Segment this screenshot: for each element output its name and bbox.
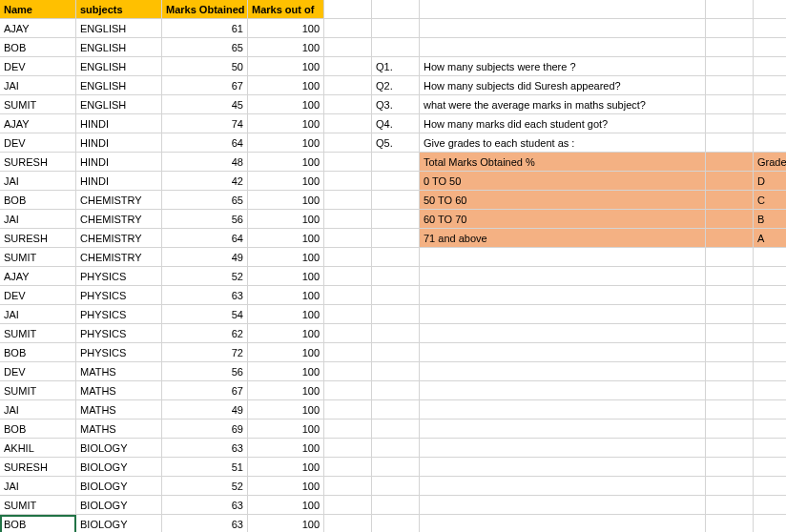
cell[interactable]: [754, 57, 786, 76]
question-text[interactable]: what were the average marks in maths sub…: [420, 95, 706, 114]
subject-cell[interactable]: HINDI: [76, 114, 162, 133]
subject-cell[interactable]: PHYSICS: [76, 305, 162, 324]
subject-cell[interactable]: CHEMISTRY: [76, 191, 162, 210]
cell[interactable]: [706, 381, 754, 400]
marks-obtained-cell[interactable]: 54: [162, 305, 248, 324]
cell[interactable]: [324, 286, 372, 305]
marks-obtained-cell[interactable]: 52: [162, 267, 248, 286]
cell[interactable]: [754, 38, 786, 57]
marks-outof-cell[interactable]: 100: [248, 496, 324, 515]
subject-cell[interactable]: ENGLISH: [76, 76, 162, 95]
name-cell[interactable]: BOB: [0, 419, 76, 439]
marks-outof-cell[interactable]: 100: [248, 343, 324, 362]
cell[interactable]: [324, 324, 372, 343]
cell[interactable]: [324, 38, 372, 57]
cell[interactable]: [754, 400, 786, 419]
cell[interactable]: [420, 400, 706, 419]
cell[interactable]: [706, 400, 754, 419]
cell[interactable]: [754, 477, 786, 496]
cell[interactable]: [706, 324, 754, 343]
subject-cell[interactable]: MATHS: [76, 400, 162, 419]
marks-outof-cell[interactable]: 100: [248, 286, 324, 305]
cell[interactable]: [324, 477, 372, 496]
marks-outof-cell[interactable]: 100: [248, 248, 324, 267]
marks-outof-cell[interactable]: 100: [248, 400, 324, 419]
cell[interactable]: [706, 210, 754, 229]
subject-cell[interactable]: BIOLOGY: [76, 515, 162, 532]
cell[interactable]: [372, 439, 420, 458]
marks-outof-cell[interactable]: 100: [248, 76, 324, 95]
cell[interactable]: [420, 439, 706, 458]
cell[interactable]: [372, 38, 420, 57]
cell[interactable]: [372, 343, 420, 362]
cell[interactable]: [324, 439, 372, 458]
marks-obtained-cell[interactable]: 64: [162, 133, 248, 153]
cell[interactable]: [372, 477, 420, 496]
subject-cell[interactable]: CHEMISTRY: [76, 248, 162, 267]
marks-obtained-cell[interactable]: 63: [162, 286, 248, 305]
question-number[interactable]: Q2.: [372, 76, 420, 95]
marks-obtained-cell[interactable]: 50: [162, 57, 248, 76]
cell[interactable]: [324, 458, 372, 477]
question-number[interactable]: Q3.: [372, 95, 420, 114]
cell[interactable]: [372, 229, 420, 248]
cell[interactable]: [754, 133, 786, 153]
cell[interactable]: [754, 439, 786, 458]
marks-outof-cell[interactable]: 100: [248, 419, 324, 439]
grade-letter[interactable]: D: [754, 172, 786, 191]
cell[interactable]: [324, 362, 372, 381]
cell[interactable]: [706, 172, 754, 191]
cell[interactable]: [706, 153, 754, 172]
cell[interactable]: [754, 362, 786, 381]
grade-range[interactable]: 50 TO 60: [420, 191, 706, 210]
cell[interactable]: [324, 153, 372, 172]
name-cell[interactable]: SUMIT: [0, 95, 76, 114]
cell[interactable]: [372, 286, 420, 305]
subject-cell[interactable]: PHYSICS: [76, 267, 162, 286]
cell[interactable]: [372, 381, 420, 400]
cell[interactable]: [706, 305, 754, 324]
cell[interactable]: [754, 114, 786, 133]
name-cell[interactable]: DEV: [0, 57, 76, 76]
column-header[interactable]: subjects: [76, 0, 162, 19]
subject-cell[interactable]: PHYSICS: [76, 343, 162, 362]
cell[interactable]: [706, 229, 754, 248]
marks-outof-cell[interactable]: 100: [248, 133, 324, 153]
marks-outof-cell[interactable]: 100: [248, 515, 324, 532]
cell[interactable]: [706, 515, 754, 532]
subject-cell[interactable]: ENGLISH: [76, 95, 162, 114]
subject-cell[interactable]: HINDI: [76, 133, 162, 153]
name-cell[interactable]: JAI: [0, 305, 76, 324]
cell[interactable]: [706, 191, 754, 210]
cell[interactable]: [706, 496, 754, 515]
subject-cell[interactable]: PHYSICS: [76, 324, 162, 343]
marks-obtained-cell[interactable]: 52: [162, 477, 248, 496]
cell[interactable]: [706, 57, 754, 76]
marks-obtained-cell[interactable]: 63: [162, 496, 248, 515]
question-text[interactable]: How many marks did each student got?: [420, 114, 706, 133]
grade-range[interactable]: 0 TO 50: [420, 172, 706, 191]
cell[interactable]: [420, 38, 706, 57]
cell[interactable]: [420, 19, 706, 38]
name-cell[interactable]: BOB: [0, 38, 76, 57]
marks-obtained-cell[interactable]: 56: [162, 362, 248, 381]
cell[interactable]: [324, 381, 372, 400]
question-text[interactable]: How many subjects did Suresh appeared?: [420, 76, 706, 95]
marks-obtained-cell[interactable]: 69: [162, 419, 248, 439]
cell[interactable]: [420, 515, 706, 532]
marks-outof-cell[interactable]: 100: [248, 19, 324, 38]
cell[interactable]: [706, 458, 754, 477]
cell[interactable]: [324, 248, 372, 267]
marks-obtained-cell[interactable]: 65: [162, 38, 248, 57]
marks-outof-cell[interactable]: 100: [248, 210, 324, 229]
subject-cell[interactable]: ENGLISH: [76, 57, 162, 76]
subject-cell[interactable]: BIOLOGY: [76, 477, 162, 496]
selected-cell[interactable]: BOB: [0, 515, 76, 532]
cell[interactable]: [754, 76, 786, 95]
subject-cell[interactable]: HINDI: [76, 172, 162, 191]
name-cell[interactable]: DEV: [0, 133, 76, 153]
question-number[interactable]: Q4.: [372, 114, 420, 133]
cell[interactable]: [706, 419, 754, 439]
subject-cell[interactable]: PHYSICS: [76, 286, 162, 305]
marks-obtained-cell[interactable]: 61: [162, 19, 248, 38]
